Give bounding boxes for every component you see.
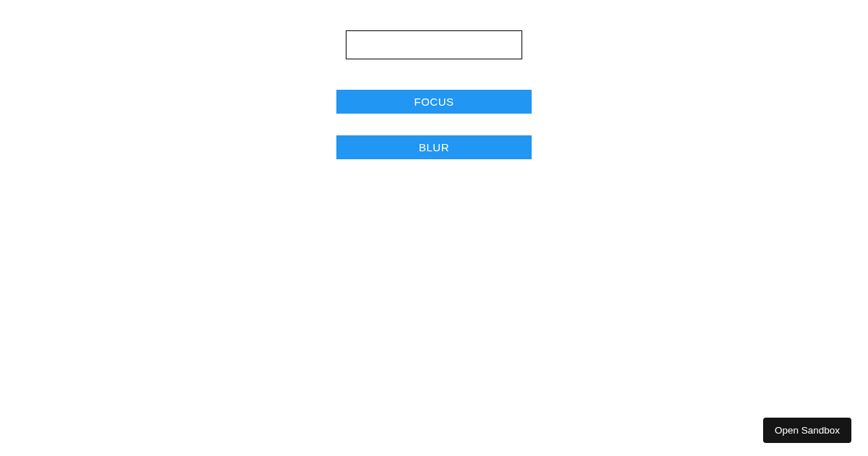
button-group: FOCUS BLUR [336, 90, 532, 159]
open-sandbox-button[interactable]: Open Sandbox [763, 418, 851, 443]
main-container: FOCUS BLUR [0, 0, 868, 159]
focus-button[interactable]: FOCUS [336, 90, 532, 114]
blur-button[interactable]: BLUR [336, 135, 532, 159]
text-input[interactable] [346, 30, 522, 59]
